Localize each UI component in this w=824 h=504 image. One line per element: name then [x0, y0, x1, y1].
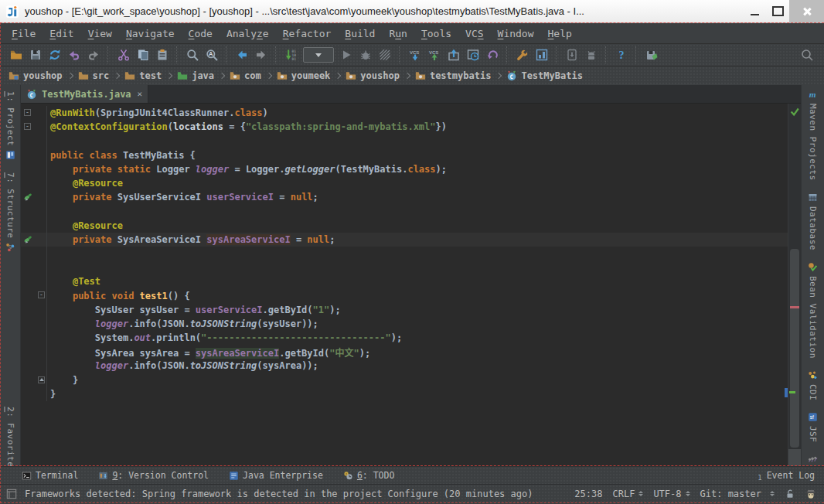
title-bar[interactable]: youshop - [E:\git_work_space\youshop] - …: [0, 0, 824, 23]
sync-gradle-button[interactable]: [642, 45, 661, 65]
redo-button[interactable]: [83, 45, 103, 65]
gutter[interactable]: [21, 387, 47, 401]
gutter[interactable]: -: [21, 288, 47, 302]
menu-navigate[interactable]: Navigate: [119, 26, 182, 42]
project-structure-button[interactable]: [532, 45, 551, 65]
stripe-mark-green[interactable]: [789, 391, 795, 393]
stripe-button-1-project[interactable]: 1: Project: [5, 91, 15, 160]
scrollbar-thumb[interactable]: [790, 249, 799, 448]
cut-button[interactable]: [114, 45, 133, 65]
fold-marker[interactable]: -: [38, 291, 45, 298]
code-line[interactable]: private SysUserServiceI userServiceI = n…: [21, 190, 788, 204]
code-line[interactable]: @Resource: [21, 176, 788, 190]
help-button[interactable]: ?: [611, 45, 631, 65]
encoding-widget[interactable]: UTF-8: [653, 489, 690, 499]
fold-marker[interactable]: -: [24, 109, 31, 116]
code-line[interactable]: [21, 134, 788, 148]
menu-edit[interactable]: Edit: [43, 26, 80, 42]
breadcrumb-test[interactable]: test: [122, 70, 164, 81]
tool-button-java-enterprise[interactable]: Java Enterprise: [229, 470, 323, 481]
git-branch-widget[interactable]: Git: master: [700, 489, 775, 499]
back-button[interactable]: [232, 45, 251, 65]
menu-file[interactable]: File: [5, 26, 43, 42]
gutter[interactable]: [21, 190, 47, 204]
find-button[interactable]: [182, 45, 202, 65]
gutter[interactable]: [21, 219, 47, 233]
replace-button[interactable]: A: [202, 45, 221, 65]
menu-window[interactable]: Window: [491, 26, 541, 42]
stripe-button-ant[interactable]: Ant: [808, 454, 818, 466]
menu-run[interactable]: Run: [382, 26, 414, 42]
highlighting-level-icon[interactable]: [805, 489, 816, 499]
code-line[interactable]: @Test: [21, 274, 788, 288]
line-separator-widget[interactable]: CRLF: [612, 489, 643, 499]
code-line[interactable]: [21, 204, 788, 218]
stripe-button-7-structure[interactable]: 7: Structure: [5, 172, 15, 252]
fold-end-marker[interactable]: [38, 376, 45, 383]
menu-analyze[interactable]: Analyze: [220, 26, 276, 42]
sdk-manager-button[interactable]: [581, 45, 601, 65]
paste-button[interactable]: [152, 45, 172, 65]
configure-link[interactable]: Configure: [388, 489, 438, 499]
deploy-button[interactable]: [444, 45, 463, 65]
code-line[interactable]: -@RunWith(SpringJUnit4ClassRunner.class): [21, 106, 788, 120]
tool-button-terminal[interactable]: Terminal: [22, 470, 78, 481]
stripe-button-2-favorites[interactable]: 2: Favorites: [5, 407, 15, 466]
gutter[interactable]: [21, 303, 47, 317]
gutter[interactable]: [21, 233, 47, 247]
code-line[interactable]: public class TestMyBatis {: [21, 148, 788, 162]
tab-testmybatis[interactable]: C TestMyBatis.java ✕: [21, 85, 148, 103]
fold-marker[interactable]: -: [24, 123, 31, 130]
breadcrumb-youmeek[interactable]: youmeek: [274, 70, 333, 81]
gutter[interactable]: -: [21, 106, 47, 120]
code-line[interactable]: }: [21, 373, 788, 387]
avd-manager-button[interactable]: [562, 45, 581, 65]
tool-button-6-todo[interactable]: 6: TODO: [343, 470, 394, 481]
lock-icon[interactable]: [785, 489, 795, 499]
gutter[interactable]: [21, 331, 47, 345]
code-line[interactable]: -@ContextConfiguration(locations = {"cla…: [21, 120, 788, 134]
stripe-button-database[interactable]: Database: [808, 192, 818, 250]
maximize-button[interactable]: [766, 0, 789, 22]
event-log-button[interactable]: 1 Event Log: [756, 469, 815, 482]
code-line[interactable]: System.out.println("--------------------…: [21, 331, 788, 345]
undo-button[interactable]: [64, 45, 83, 65]
code-editor[interactable]: -@RunWith(SpringJUnit4ClassRunner.class)…: [21, 104, 801, 466]
menu-vcs[interactable]: VCS: [458, 26, 490, 42]
breadcrumb-testmybatis[interactable]: testmybatis: [413, 70, 493, 81]
open-file-button[interactable]: [6, 45, 26, 65]
vcs-update-button[interactable]: VCS: [405, 45, 424, 65]
close-button[interactable]: [789, 0, 824, 22]
code-line[interactable]: @Resource: [21, 219, 788, 233]
rollback-button[interactable]: [482, 45, 502, 65]
gutter[interactable]: [21, 176, 47, 190]
vcs-commit-button[interactable]: VCS: [424, 45, 444, 65]
local-history-button[interactable]: [463, 45, 482, 65]
menu-code[interactable]: Code: [182, 26, 220, 42]
minimize-button[interactable]: [743, 0, 766, 22]
synchronize-button[interactable]: [45, 45, 64, 65]
run-button[interactable]: [336, 45, 356, 65]
code-line[interactable]: private SysAreaServiceI sysAreaServiceI …: [21, 233, 788, 247]
code-line[interactable]: - public void test1() {: [21, 288, 788, 302]
stripe-button-maven-projects[interactable]: mMaven Projects: [808, 90, 818, 181]
search-button[interactable]: [797, 45, 816, 65]
stripe-button-cdi[interactable]: CDI: [808, 370, 818, 400]
gutter[interactable]: -: [21, 120, 47, 134]
stripe-mark-pink[interactable]: [790, 306, 799, 308]
forward-button[interactable]: [251, 45, 271, 65]
run-config-select[interactable]: [303, 47, 334, 63]
menu-build[interactable]: Build: [338, 26, 382, 42]
inspections-ok-icon[interactable]: [789, 106, 800, 117]
stripe-button-bean-validation[interactable]: Bean Validation: [808, 262, 818, 359]
code-line[interactable]: [21, 247, 788, 261]
coverage-button[interactable]: [375, 45, 394, 65]
code-line[interactable]: [21, 261, 788, 274]
error-stripe[interactable]: [788, 104, 801, 466]
gutter[interactable]: [21, 359, 47, 373]
debug-button[interactable]: [356, 45, 375, 65]
save-all-button[interactable]: [26, 45, 45, 65]
breadcrumb-youshop[interactable]: youshop: [6, 70, 65, 81]
gutter[interactable]: [21, 134, 47, 148]
tool-button-9-version-control[interactable]: 9: Version Control: [98, 470, 209, 481]
